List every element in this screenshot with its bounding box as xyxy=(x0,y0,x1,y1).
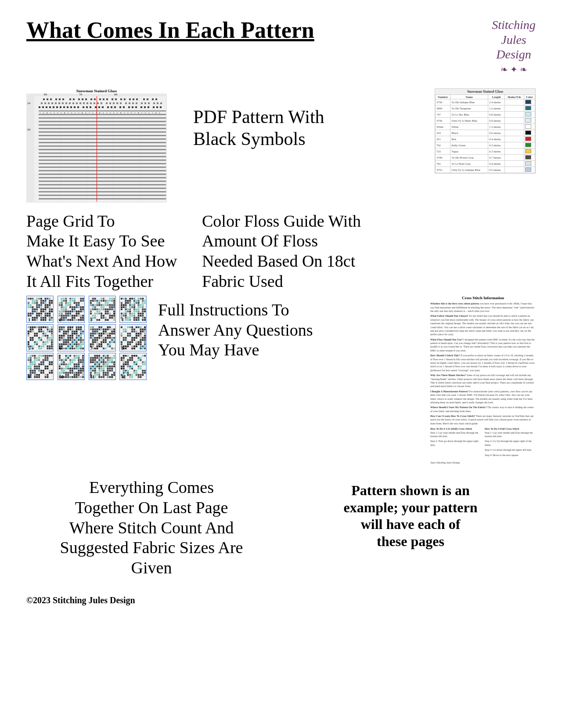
svg-rect-268 xyxy=(51,317,53,319)
svg-rect-941 xyxy=(107,337,108,339)
svg-rect-1382 xyxy=(98,363,100,365)
svg-rect-900 xyxy=(98,329,100,330)
section-last-page: Everything Comes Together On Last Page W… xyxy=(26,478,536,578)
svg-rect-825 xyxy=(80,339,82,341)
svg-rect-811 xyxy=(72,337,73,339)
svg-rect-340 xyxy=(82,306,84,308)
svg-rect-1386 xyxy=(113,363,115,365)
svg-rect-1281 xyxy=(69,370,71,372)
svg-rect-687 xyxy=(45,333,47,335)
svg-rect-376 xyxy=(78,315,79,317)
svg-rect-1161 xyxy=(34,368,36,369)
svg-rect-187 xyxy=(32,298,34,300)
svg-rect-455 xyxy=(109,304,111,306)
svg-rect-864 xyxy=(78,348,79,349)
svg-rect-782 xyxy=(65,331,67,333)
svg-rect-1349 xyxy=(94,357,96,359)
cs-signature: Jules Stitching Jules Design xyxy=(430,461,536,464)
svg-rect-73 xyxy=(53,106,54,108)
svg-rect-1273 xyxy=(72,368,73,369)
svg-rect-1483 xyxy=(130,359,131,361)
svg-rect-963 xyxy=(96,344,98,345)
svg-rect-1178 xyxy=(43,372,44,374)
svg-rect-971 xyxy=(98,346,100,348)
grid-page-number: 12 xyxy=(121,374,126,379)
svg-rect-1218 xyxy=(59,355,61,357)
svg-rect-260 xyxy=(49,315,50,317)
svg-rect-15 xyxy=(69,98,71,100)
svg-rect-857 xyxy=(63,348,65,349)
svg-rect-1231 xyxy=(78,357,79,359)
svg-rect-1389 xyxy=(94,366,96,367)
svg-rect-456 xyxy=(111,304,113,306)
thumbnail-svg xyxy=(89,296,115,322)
svg-rect-1147 xyxy=(38,363,40,365)
svg-rect-726 xyxy=(38,346,40,348)
svg-rect-1536 xyxy=(142,374,144,376)
svg-rect-1292 xyxy=(72,372,73,374)
svg-rect-794 xyxy=(76,333,77,335)
svg-rect-836 xyxy=(61,344,63,345)
svg-rect-119 xyxy=(39,174,166,175)
cs-info-paragraph: Why Are There Blank Stitches? Some of my… xyxy=(430,373,536,388)
svg-rect-1406 xyxy=(109,368,111,369)
svg-rect-1466 xyxy=(123,355,125,357)
svg-rect-495 xyxy=(102,315,104,317)
svg-rect-1366 xyxy=(109,359,111,361)
svg-rect-673 xyxy=(51,329,53,330)
svg-rect-1269 xyxy=(63,368,65,369)
svg-rect-186 xyxy=(30,298,32,300)
svg-rect-431 xyxy=(96,300,98,302)
svg-rect-117 xyxy=(39,167,166,168)
svg-rect-711 xyxy=(34,341,36,343)
svg-rect-325 xyxy=(61,304,63,306)
svg-rect-628 xyxy=(133,319,135,321)
svg-rect-1539 xyxy=(130,376,131,378)
svg-rect-923 xyxy=(107,333,108,335)
svg-rect-1065 xyxy=(121,344,122,345)
svg-rect-381 xyxy=(65,317,67,319)
svg-rect-262 xyxy=(34,317,36,319)
svg-rect-767 xyxy=(72,326,73,328)
svg-rect-696 xyxy=(30,337,32,339)
svg-rect-901 xyxy=(101,329,102,330)
svg-rect-255 xyxy=(36,315,38,317)
svg-rect-545 xyxy=(142,298,144,300)
svg-rect-973 xyxy=(107,346,108,348)
svg-rect-1045 xyxy=(133,337,135,339)
pdf-label: PDF Pattern With Black Symbols xyxy=(193,106,324,150)
svg-rect-1249 xyxy=(82,362,84,363)
grid-page-thumbnail: 10 xyxy=(58,353,85,380)
svg-rect-909 xyxy=(94,331,96,333)
svg-rect-716 xyxy=(51,341,53,343)
svg-rect-1039 xyxy=(138,335,140,337)
svg-rect-353 xyxy=(69,311,71,312)
page: What Comes In Each Pattern Stitching Jul… xyxy=(0,0,562,728)
svg-rect-369 xyxy=(63,315,65,317)
svg-rect-693 xyxy=(45,335,47,337)
svg-rect-826 xyxy=(82,339,84,341)
svg-rect-829 xyxy=(67,341,69,343)
svg-rect-48 xyxy=(83,102,85,104)
svg-rect-200 xyxy=(49,300,50,302)
svg-rect-892 xyxy=(98,326,100,328)
svg-rect-729 xyxy=(47,346,48,348)
svg-rect-1514 xyxy=(123,370,125,372)
svg-rect-482 xyxy=(113,311,115,312)
svg-rect-206 xyxy=(40,302,42,304)
svg-rect-776 xyxy=(72,329,73,330)
floss-table-title: Snowman Stained Glass xyxy=(435,89,535,94)
svg-rect-201 xyxy=(51,300,53,302)
svg-rect-1351 xyxy=(98,357,100,359)
svg-rect-472 xyxy=(104,308,106,310)
svg-rect-1350 xyxy=(96,357,98,359)
svg-rect-266 xyxy=(45,317,47,319)
svg-rect-582 xyxy=(125,308,127,310)
svg-rect-1010 xyxy=(138,326,140,328)
svg-rect-610 xyxy=(130,315,131,317)
svg-rect-421 xyxy=(92,298,94,300)
svg-rect-1356 xyxy=(109,357,111,359)
svg-rect-715 xyxy=(47,341,48,343)
svg-rect-375 xyxy=(76,315,77,317)
svg-rect-1277 xyxy=(80,368,82,369)
